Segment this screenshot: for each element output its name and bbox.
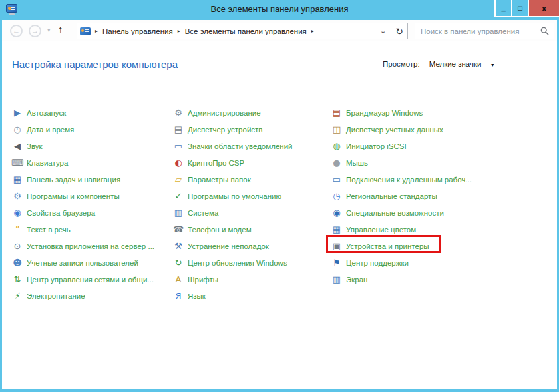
fonts-icon: A (173, 271, 184, 288)
windows-firewall-icon: ▤ (331, 104, 342, 121)
forward-icon[interactable]: → (29, 25, 41, 37)
control-panel-item[interactable]: ◷Региональные стандарты (331, 188, 551, 204)
item-label: Клавиатура (27, 159, 68, 167)
display-icon: ▥ (331, 271, 342, 288)
control-panel-item[interactable]: ☻Учетные записи пользователей (12, 254, 173, 271)
device-manager-icon: ▤ (173, 121, 184, 138)
action-center-icon: ⚑ (331, 254, 342, 271)
cryptopro-csp-icon: ◐ (173, 154, 184, 171)
control-panel-item[interactable]: ▱Параметры папок (173, 171, 331, 188)
control-panel-item[interactable]: ◍Инициатор iSCSI (331, 138, 551, 154)
control-panel-item[interactable]: ◉Специальные возможности (331, 204, 551, 221)
item-label: Центр обновления Windows (188, 259, 287, 267)
control-panel-item[interactable]: ▣Устройства и принтеры (331, 238, 551, 254)
item-label: Электропитание (27, 292, 85, 300)
item-label: Автозапуск (27, 109, 66, 117)
control-panel-item[interactable]: ✓Программы по умолчанию (173, 188, 331, 204)
item-label: Подключения к удаленным рабоч... (346, 176, 472, 184)
breadcrumb-root[interactable]: Панель управления (102, 27, 173, 35)
control-panel-item[interactable]: ◷Дата и время (12, 121, 173, 138)
maximize-button[interactable]: □ (511, 0, 528, 17)
control-panel-item[interactable]: ◫Диспетчер учетных данных (331, 121, 551, 138)
item-label: Телефон и модем (188, 226, 252, 234)
control-panel-item[interactable]: ⚙Администрирование (173, 104, 331, 121)
window-controls: – □ x (494, 0, 559, 17)
control-panel-item[interactable]: ▤Диспетчер устройств (173, 121, 331, 138)
view-control: Просмотр: Мелкие значки ▼ (383, 60, 495, 68)
item-label: Программы и компоненты (27, 192, 120, 200)
control-panel-item[interactable]: ▥Экран (331, 271, 551, 288)
refresh-icon[interactable]: ↻ (395, 26, 403, 37)
control-panel-item[interactable]: ◉Свойства браузера (12, 204, 173, 221)
breadcrumb-arrow-icon[interactable]: ▸ (311, 28, 314, 34)
date-time-icon: ◷ (12, 121, 23, 138)
control-panel-item[interactable]: ⇅Центр управления сетями и общи... (12, 271, 173, 288)
control-panel-item[interactable]: ▦Управление цветом (331, 221, 551, 238)
item-label: Региональные стандарты (346, 192, 437, 200)
toolbar: ← → ▾ ↑ ▸ Панель управления ▸ Все элемен… (2, 20, 557, 41)
breadcrumb-arrow-icon[interactable]: ▸ (178, 28, 180, 34)
back-icon[interactable]: ← (10, 25, 23, 37)
item-label: Инициатор iSCSI (346, 142, 407, 150)
window-title: Все элементы панели управления (0, 0, 559, 19)
search-box (415, 23, 554, 39)
mouse-icon: ● (331, 154, 342, 171)
default-programs-icon: ✓ (173, 188, 184, 204)
search-icon (540, 27, 549, 35)
control-panel-item[interactable]: ▭Подключения к удаленным рабоч... (331, 171, 551, 188)
control-panel-window: Все элементы панели управления – □ x ← →… (0, 0, 559, 392)
control-panel-item[interactable]: ◐КриптоПро CSP (173, 154, 331, 171)
language-icon: Я (173, 288, 184, 304)
control-panel-item[interactable]: ▦Панель задач и навигация (12, 171, 173, 188)
item-label: Мышь (346, 159, 368, 167)
item-label: Система (188, 209, 218, 217)
control-panel-item[interactable]: ЯЯзык (173, 288, 331, 304)
titlebar: Все элементы панели управления – □ x (0, 0, 559, 20)
control-panel-item[interactable]: ↻Центр обновления Windows (173, 254, 331, 271)
control-panel-item[interactable]: ◀Звук (12, 138, 173, 154)
troubleshooting-icon: ⚒ (173, 238, 184, 254)
item-label: Дата и время (27, 126, 74, 134)
item-label: КриптоПро CSP (188, 159, 244, 167)
iscsi-initiator-icon: ◍ (331, 138, 342, 154)
control-panel-icon (80, 27, 91, 35)
recent-pages-icon[interactable]: ▾ (47, 27, 51, 33)
items-column-1: ▶Автозапуск◷Дата и время◀Звук⌨Клавиатура… (12, 104, 173, 304)
control-panel-item[interactable]: ⚙Программы и компоненты (12, 188, 173, 204)
control-panel-item[interactable]: ⌨Клавиатура (12, 154, 173, 171)
control-panel-item[interactable]: AШрифты (173, 271, 331, 288)
text-to-speech-icon: ” (12, 221, 23, 238)
item-label: Диспетчер учетных данных (346, 126, 443, 134)
view-dropdown[interactable]: Мелкие значки ▼ (429, 60, 495, 68)
breadcrumb-current[interactable]: Все элементы панели управления (185, 27, 307, 35)
control-panel-item[interactable]: ▤Брандмауэр Windows (331, 104, 551, 121)
minimize-button[interactable]: – (494, 0, 511, 17)
remote-app-install-icon: ⊙ (12, 238, 23, 254)
control-panel-item[interactable]: ⚑Центр поддержки (331, 254, 551, 271)
control-panel-item[interactable]: ⚒Устранение неполадок (173, 238, 331, 254)
control-panel-item[interactable]: ⊙Установка приложения на сервер ... (12, 238, 173, 254)
color-management-icon: ▦ (331, 221, 342, 238)
item-label: Звук (27, 142, 43, 150)
up-icon[interactable]: ↑ (58, 23, 63, 35)
taskbar-navigation-icon: ▦ (12, 171, 23, 188)
administrative-tools-icon: ⚙ (173, 104, 184, 121)
item-label: Учетные записи пользователей (27, 259, 138, 267)
control-panel-item[interactable]: ▭Значки области уведомлений (173, 138, 331, 154)
control-panel-item[interactable]: ▥Система (173, 204, 331, 221)
control-panel-item[interactable]: ▶Автозапуск (12, 104, 173, 121)
breadcrumb-arrow-icon[interactable]: ▸ (95, 28, 98, 34)
region-icon: ◷ (331, 188, 342, 204)
breadcrumb[interactable]: ▸ Панель управления ▸ Все элементы панел… (77, 23, 408, 39)
item-label: Устранение неполадок (188, 242, 269, 250)
item-label: Текст в речь (27, 226, 71, 234)
search-input[interactable] (415, 23, 536, 39)
control-panel-item[interactable]: ☎Телефон и модем (173, 221, 331, 238)
credential-manager-icon: ◫ (331, 121, 342, 138)
control-panel-item[interactable]: ”Текст в речь (12, 221, 173, 238)
address-dropdown-icon[interactable]: ⌄ (380, 27, 386, 35)
item-label: Устройства и принтеры (346, 242, 429, 250)
control-panel-item[interactable]: ●Мышь (331, 154, 551, 171)
close-button[interactable]: x (528, 0, 559, 17)
control-panel-item[interactable]: ⚡Электропитание (12, 288, 173, 304)
